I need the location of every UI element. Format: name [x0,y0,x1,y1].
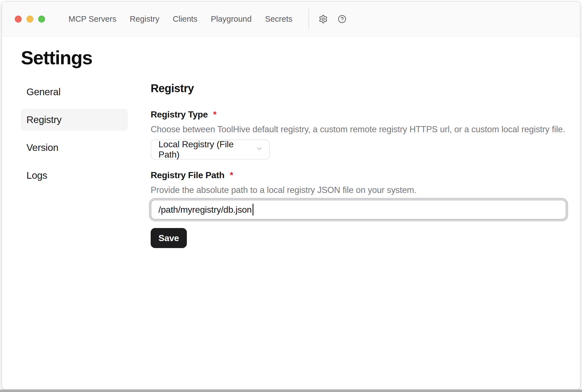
zoom-button[interactable] [38,16,45,23]
registry-file-path-label: Registry File Path* [151,170,566,181]
registry-file-path-field: Registry File Path* Provide the absolute… [151,170,566,220]
minimize-button[interactable] [26,16,33,23]
section-heading: Registry [151,82,566,95]
sidebar-item-logs[interactable]: Logs [21,165,128,186]
nav-item-registry[interactable]: Registry [130,2,159,36]
close-button[interactable] [15,16,22,23]
title-bar: MCP Servers Registry Clients Playground … [2,2,580,36]
registry-type-label: Registry Type* [151,109,566,120]
registry-file-path-description: Provide the absolute path to a local reg… [151,185,566,196]
sidebar-item-general[interactable]: General [21,81,128,103]
required-asterisk: * [230,170,233,180]
nav-item-secrets[interactable]: Secrets [265,2,292,36]
registry-file-path-input[interactable]: /path/myregistry/db.json [151,200,566,220]
gear-icon[interactable] [319,14,328,24]
required-asterisk: * [213,109,216,119]
traffic-lights [15,16,45,23]
app-window: MCP Servers Registry Clients Playground … [2,1,580,389]
field-label-text: Registry Type [151,109,208,119]
field-label-text: Registry File Path [151,170,224,180]
sidebar-item-version[interactable]: Version [21,137,128,158]
save-button[interactable]: Save [151,228,187,248]
settings-sidebar: General Registry Version Logs [21,81,128,248]
help-icon[interactable] [338,15,346,23]
desktop-edge [0,389,582,392]
select-value: Local Registry (File Path) [158,139,255,160]
registry-type-select[interactable]: Local Registry (File Path) [151,139,270,160]
registry-type-field: Registry Type* Choose between ToolHive d… [151,109,566,160]
registry-settings-panel: Registry Registry Type* Choose between T… [151,81,566,248]
sidebar-item-registry[interactable]: Registry [21,109,128,131]
chevron-down-icon [255,144,263,155]
nav-item-mcp-servers[interactable]: MCP Servers [69,2,116,36]
registry-type-description: Choose between ToolHive default registry… [151,124,566,135]
top-nav: MCP Servers Registry Clients Playground … [69,2,292,36]
nav-item-playground[interactable]: Playground [211,2,252,36]
nav-item-clients[interactable]: Clients [173,2,197,36]
titlebar-divider [309,9,309,29]
input-value: /path/myregistry/db.json [158,205,252,215]
page-title: Settings [21,45,562,70]
text-caret [253,204,253,215]
